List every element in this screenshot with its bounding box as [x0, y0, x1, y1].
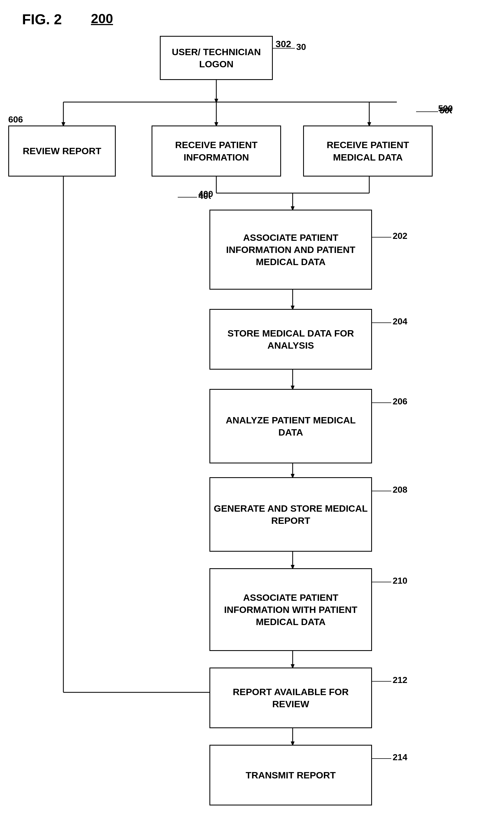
label-606: 606: [8, 115, 23, 125]
label210-arrow: 210: [372, 577, 408, 587]
associate2-box: ASSOCIATE PATIENT INFORMATION WITH PATIE…: [210, 568, 372, 651]
diagram-container: FIG. 2 200: [0, 0, 504, 838]
receive-patient-info-label: RECEIVE PATIENT INFORMATION: [155, 139, 277, 163]
svg-text:202: 202: [393, 232, 407, 241]
logon-label: USER/ TECHNICIAN LOGON: [163, 46, 269, 70]
label202-arrow: 202: [372, 232, 408, 243]
receive-patient-info-box: RECEIVE PATIENT INFORMATION: [151, 125, 281, 176]
associate1-label: ASSOCIATE PATIENT INFORMATION AND PATIEN…: [213, 232, 368, 268]
review-report-box: REVIEW REPORT: [8, 125, 116, 176]
svg-text:210: 210: [393, 577, 407, 586]
logon-box: USER/ TECHNICIAN LOGON: [160, 36, 273, 80]
svg-text:204: 204: [393, 317, 408, 326]
report-available-box: REPORT AVAILABLE FOR REVIEW: [210, 668, 372, 728]
generate-store-box: GENERATE AND STORE MEDICAL REPORT: [210, 477, 372, 552]
associate2-label: ASSOCIATE PATIENT INFORMATION WITH PATIE…: [213, 592, 368, 628]
svg-marker-1: [214, 99, 218, 103]
associate1-box: ASSOCIATE PATIENT INFORMATION AND PATIEN…: [210, 210, 372, 290]
svg-text:214: 214: [393, 753, 408, 762]
label208-arrow: 208: [372, 485, 408, 497]
analyze-box: ANALYZE PATIENT MEDICAL DATA: [210, 389, 372, 463]
label214-arrow: 214: [372, 753, 408, 764]
generate-store-label: GENERATE AND STORE MEDICAL REPORT: [213, 502, 368, 527]
svg-text:212: 212: [393, 676, 407, 685]
transmit-box: TRANSMIT REPORT: [210, 745, 372, 805]
analyze-label: ANALYZE PATIENT MEDICAL DATA: [213, 414, 368, 438]
receive-medical-data-box: RECEIVE PATIENT MEDICAL DATA: [303, 125, 433, 176]
svg-text:206: 206: [393, 397, 407, 406]
label212-arrow: 212: [372, 676, 408, 687]
fig-number: 200: [91, 11, 113, 26]
label-302: 302: [275, 39, 291, 49]
svg-text:302: 302: [296, 43, 306, 52]
report-available-label: REPORT AVAILABLE FOR REVIEW: [213, 686, 368, 710]
label206-arrow: 206: [372, 397, 408, 408]
receive-medical-data-label: RECEIVE PATIENT MEDICAL DATA: [307, 139, 429, 163]
store-medical-box: STORE MEDICAL DATA FOR ANALYSIS: [210, 309, 372, 370]
label-500: 500: [438, 103, 453, 114]
transmit-label: TRANSMIT REPORT: [246, 769, 336, 781]
store-medical-label: STORE MEDICAL DATA FOR ANALYSIS: [213, 327, 368, 352]
label204-arrow: 204: [372, 317, 408, 328]
review-report-label: REVIEW REPORT: [23, 145, 101, 157]
label-400: 400: [198, 189, 213, 199]
fig-label: FIG. 2: [22, 11, 62, 28]
svg-text:208: 208: [393, 485, 407, 495]
